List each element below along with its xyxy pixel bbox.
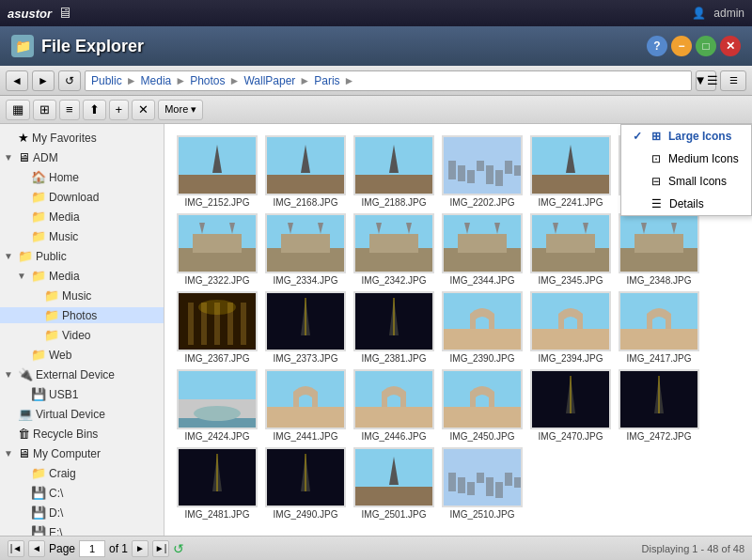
- sidebar-item-edrive[interactable]: 💾E:\: [0, 522, 164, 536]
- svg-rect-7: [355, 175, 432, 194]
- list-item[interactable]: IMG_2345.JPG: [529, 213, 612, 286]
- list-item[interactable]: IMG_2168.JPG: [264, 135, 347, 208]
- view-check-icon: ✓: [631, 130, 644, 143]
- list-icon: ≡: [66, 102, 73, 117]
- list-item[interactable]: IMG_2472.JPG: [618, 369, 700, 442]
- list-item[interactable]: IMG_2344.JPG: [441, 213, 524, 286]
- list-item[interactable]: IMG_2202.JPG: [441, 135, 524, 208]
- list-item[interactable]: IMG_2450.JPG: [441, 369, 524, 442]
- new-folder-button[interactable]: +: [109, 100, 130, 120]
- delete-button[interactable]: ✕: [132, 100, 155, 120]
- list-item[interactable]: IMG_2470.JPG: [529, 369, 612, 442]
- list-item[interactable]: IMG_2367.JPG: [176, 291, 258, 364]
- help-button[interactable]: ?: [647, 36, 667, 56]
- minimize-button[interactable]: −: [671, 36, 692, 56]
- tree-icon-music: 📁: [31, 229, 46, 243]
- refresh-button[interactable]: ↺: [58, 70, 81, 91]
- sidebar-item-external[interactable]: ▼🔌External Device: [0, 365, 164, 384]
- sidebar-item-pub-photos[interactable]: 📁Photos: [0, 305, 164, 325]
- list-item[interactable]: IMG_2446.JPG: [352, 369, 435, 442]
- display-count: Displaying 1 - 48 of 48: [642, 543, 744, 554]
- list-item[interactable]: IMG_2481.JPG: [176, 447, 258, 520]
- svg-rect-98: [448, 473, 456, 491]
- sidebar-item-usb1[interactable]: 💾USB1: [0, 384, 164, 404]
- sidebar-item-mycomputer[interactable]: ▼🖥My Computer: [0, 443, 164, 463]
- list-item[interactable]: IMG_2348.JPG: [618, 213, 700, 286]
- list-item[interactable]: IMG_2501.JPG: [352, 447, 435, 520]
- app-icon: 📁: [11, 35, 34, 57]
- view-menu-item-medium-icons[interactable]: ⊡Medium Icons: [621, 148, 751, 170]
- sidebar-item-ddrive[interactable]: 💾D:\: [0, 503, 164, 522]
- action-btn-3[interactable]: ≡: [59, 100, 80, 120]
- view-options-button[interactable]: ☰: [720, 70, 746, 91]
- action-btn-1[interactable]: ▦: [6, 100, 30, 120]
- sidebar-item-favorites[interactable]: ★My Favorites: [0, 128, 164, 148]
- close-button[interactable]: ✕: [720, 36, 741, 56]
- image-filename: IMG_2334.JPG: [274, 275, 338, 286]
- status-bar: |◄ ◄ Page of 1 ► ►| ↺ Displaying 1 - 48 …: [0, 536, 752, 560]
- tree-toggle-public-media: ▼: [17, 271, 28, 281]
- tree-label-ddrive: D:\: [49, 506, 63, 520]
- address-bar[interactable]: Public ► Media ► Photos ► WallPaper ► Pa…: [85, 70, 692, 91]
- list-item[interactable]: IMG_2510.JPG: [441, 447, 524, 520]
- image-filename: IMG_2322.JPG: [185, 275, 250, 286]
- first-page-button[interactable]: |◄: [8, 540, 24, 557]
- back-button[interactable]: ◄: [6, 70, 28, 91]
- path-photos[interactable]: Photos: [190, 74, 225, 87]
- list-item[interactable]: IMG_2334.JPG: [264, 213, 347, 286]
- sidebar-item-craig[interactable]: 📁Craig: [0, 463, 164, 483]
- list-item[interactable]: IMG_2390.JPG: [441, 291, 524, 364]
- tree-icon-pub-photos: 📁: [44, 308, 59, 322]
- svg-rect-1: [179, 175, 256, 194]
- filter-button[interactable]: ▼☰: [696, 70, 716, 91]
- tree-label-pub-video: Video: [62, 329, 90, 342]
- sidebar-item-pub-music[interactable]: 📁Music: [0, 286, 164, 305]
- sidebar-item-media[interactable]: 📁Media: [0, 207, 164, 226]
- list-item[interactable]: IMG_2322.JPG: [176, 213, 258, 286]
- path-paris[interactable]: Paris: [314, 74, 339, 87]
- sidebar-item-public[interactable]: ▼📁Public: [0, 246, 164, 266]
- list-item[interactable]: IMG_2381.JPG: [352, 291, 435, 364]
- list-item[interactable]: IMG_2342.JPG: [352, 213, 435, 286]
- sidebar-item-web[interactable]: 📁Web: [0, 345, 164, 365]
- list-item[interactable]: IMG_2424.JPG: [176, 369, 258, 442]
- sidebar-item-cdrive[interactable]: 💾C:\: [0, 483, 164, 503]
- page-input[interactable]: [79, 540, 105, 557]
- svg-rect-30: [281, 234, 330, 253]
- path-media[interactable]: Media: [141, 74, 172, 87]
- app-logo: asustor: [8, 7, 52, 21]
- sidebar-item-adm[interactable]: ▼🖥ADM: [0, 148, 164, 167]
- path-wallpaper[interactable]: WallPaper: [243, 74, 295, 87]
- list-item[interactable]: IMG_2490.JPG: [264, 447, 347, 520]
- last-page-button[interactable]: ►|: [152, 540, 169, 557]
- view-menu-item-large-icons[interactable]: ✓⊞Large Icons: [621, 125, 751, 148]
- list-item[interactable]: IMG_2241.JPG: [529, 135, 612, 208]
- upload-button[interactable]: ⬆: [83, 100, 106, 120]
- title-bar: asustor 🖥 👤 admin: [0, 0, 752, 26]
- list-item[interactable]: IMG_2394.JPG: [529, 291, 612, 364]
- path-public[interactable]: Public: [91, 74, 122, 87]
- next-page-button[interactable]: ►: [132, 540, 149, 557]
- refresh-page-button[interactable]: ↺: [173, 541, 184, 556]
- list-item[interactable]: IMG_2152.JPG: [176, 135, 258, 208]
- list-item[interactable]: IMG_2417.JPG: [618, 291, 700, 364]
- forward-button[interactable]: ►: [32, 70, 55, 91]
- list-item[interactable]: IMG_2441.JPG: [264, 369, 347, 442]
- sidebar-item-recycle[interactable]: 🗑Recycle Bins: [0, 424, 164, 443]
- sidebar-item-home[interactable]: 🏠Home: [0, 167, 164, 187]
- more-button[interactable]: More ▾: [158, 100, 203, 120]
- sidebar-item-virtual[interactable]: 💻Virtual Device: [0, 404, 164, 424]
- sidebar-item-public-media[interactable]: ▼📁Media: [0, 266, 164, 286]
- action-btn-2[interactable]: ⊞: [33, 100, 56, 120]
- maximize-button[interactable]: □: [696, 36, 716, 56]
- list-item[interactable]: IMG_2188.JPG: [352, 135, 435, 208]
- view-menu-item-details[interactable]: ☰Details: [621, 193, 751, 215]
- svg-rect-12: [467, 170, 475, 183]
- prev-page-button[interactable]: ◄: [28, 540, 45, 557]
- image-preview-svg: [620, 215, 697, 272]
- list-item[interactable]: IMG_2373.JPG: [264, 291, 347, 364]
- sidebar-item-download[interactable]: 📁Download: [0, 187, 164, 207]
- sidebar-item-pub-video[interactable]: 📁Video: [0, 325, 164, 345]
- sidebar-item-music[interactable]: 📁Music: [0, 226, 164, 246]
- view-menu-item-small-icons[interactable]: ⊟Small Icons: [621, 170, 751, 193]
